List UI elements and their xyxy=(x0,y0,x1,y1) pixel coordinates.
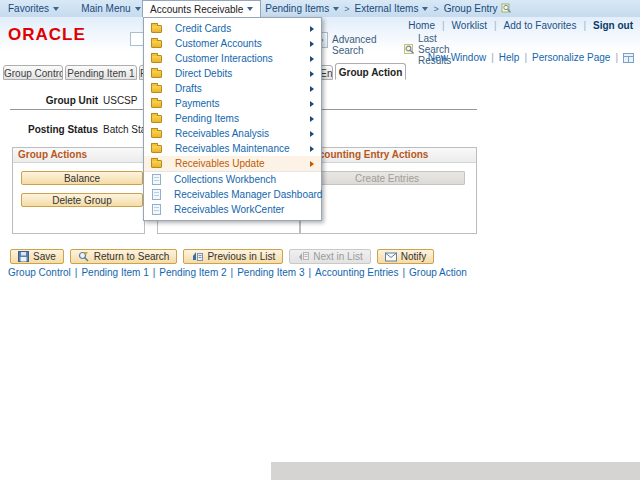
menu-item-collections-workbench[interactable]: Collections Workbench xyxy=(144,171,321,187)
chevron-down-icon xyxy=(53,7,59,11)
breadcrumb-favorites[interactable]: Favorites xyxy=(8,3,59,14)
menu-item-receivables-analysis[interactable]: Receivables Analysis xyxy=(144,126,321,141)
tab-group-control[interactable]: Group Control xyxy=(3,65,63,80)
menu-item-pending-items[interactable]: Pending Items xyxy=(144,111,321,126)
group-actions-box: Group Actions Balance Delete Group xyxy=(12,147,145,234)
nav-home-link[interactable]: Home xyxy=(408,20,435,31)
folder-icon xyxy=(151,145,162,153)
footer-link-group-control[interactable]: Group Control xyxy=(8,267,71,278)
folder-icon xyxy=(151,70,162,78)
nav-add-to-favorites-link[interactable]: Add to Favorites xyxy=(504,20,577,31)
chevron-down-icon xyxy=(333,7,339,11)
arrow-up-list-icon xyxy=(191,251,203,262)
nav-separator: | xyxy=(583,20,586,31)
submenu-arrow-icon xyxy=(310,161,314,167)
pagebar-separator: | xyxy=(615,52,618,63)
oracle-logo: ORACLE xyxy=(8,25,86,45)
save-button[interactable]: Save xyxy=(10,249,64,264)
chevron-down-icon xyxy=(135,7,141,11)
breadcrumb-external-items[interactable]: External Items xyxy=(354,3,428,14)
accounts-receivable-menu: Credit Cards Customer Accounts Customer … xyxy=(143,17,322,221)
menu-item-credit-cards[interactable]: Credit Cards xyxy=(144,21,321,36)
footer-separator: | xyxy=(75,267,78,278)
submenu-arrow-icon xyxy=(310,41,314,47)
delete-group-button[interactable]: Delete Group xyxy=(21,193,143,207)
breadcrumb-trail: > Pending Items > External Items > Group… xyxy=(250,0,512,17)
advanced-search-link[interactable]: Advanced Search xyxy=(332,34,376,56)
chevron-down-icon xyxy=(422,7,428,11)
breadcrumb-pending-items[interactable]: Pending Items xyxy=(265,3,339,14)
breadcrumb-accounts-receivable-open[interactable]: Accounts Receivable xyxy=(142,0,261,17)
return-to-search-button[interactable]: Return to Search xyxy=(70,249,178,264)
envelope-icon xyxy=(385,252,397,262)
accounting-entry-actions-box: Accounting Entry Actions Create Entries xyxy=(300,147,477,234)
breadcrumb-main-menu[interactable]: Main Menu xyxy=(81,3,140,14)
footer-link-pending-item-1[interactable]: Pending Item 1 xyxy=(81,267,148,278)
nav-separator: | xyxy=(442,20,445,31)
folder-icon xyxy=(151,115,162,123)
menu-item-customer-accounts[interactable]: Customer Accounts xyxy=(144,36,321,51)
application-window: Favorites Main Menu > > Pending Items > … xyxy=(0,0,640,480)
menu-item-direct-debits[interactable]: Direct Debits xyxy=(144,66,321,81)
posting-status-label: Posting Status xyxy=(10,124,98,135)
magnifier-icon xyxy=(404,44,415,55)
page-icon xyxy=(152,189,161,200)
breadcrumb-separator: > xyxy=(344,4,349,14)
submenu-arrow-icon xyxy=(310,86,314,92)
submenu-arrow-icon xyxy=(310,146,314,152)
tab-pending-item-1[interactable]: Pending Item 1 xyxy=(65,65,137,80)
nav-worklist-link[interactable]: Worklist xyxy=(452,20,487,31)
balance-button[interactable]: Balance xyxy=(21,171,143,185)
footer-link-group-action[interactable]: Group Action xyxy=(409,267,467,278)
menu-item-receivables-maintenance[interactable]: Receivables Maintenance xyxy=(144,141,321,156)
submenu-arrow-icon xyxy=(310,71,314,77)
footer-link-pending-item-3[interactable]: Pending Item 3 xyxy=(237,267,304,278)
search-page-icon xyxy=(501,3,512,14)
toolbar: Save Return to Search Previous in List xyxy=(10,249,434,264)
submenu-arrow-icon xyxy=(310,101,314,107)
menu-item-receivables-manager-dashboard[interactable]: Receivables Manager Dashboard xyxy=(144,187,321,202)
footer-separator: | xyxy=(402,267,405,278)
menu-item-receivables-update[interactable]: Receivables Update xyxy=(144,156,321,171)
folder-icon xyxy=(151,85,162,93)
return-search-icon xyxy=(78,251,90,262)
folder-icon xyxy=(151,55,162,63)
menu-item-customer-interactions[interactable]: Customer Interactions xyxy=(144,51,321,66)
submenu-arrow-icon xyxy=(310,116,314,122)
footer-separator: | xyxy=(153,267,156,278)
chevron-down-icon xyxy=(247,7,253,11)
personalize-page-link[interactable]: Personalize Page xyxy=(532,52,610,63)
pagebar: New Window | Help | Personalize Page | xyxy=(428,52,634,63)
menu-item-payments[interactable]: Payments xyxy=(144,96,321,111)
folder-icon xyxy=(151,25,162,33)
top-nav: Home | Worklist | Add to Favorites | Sig… xyxy=(408,20,633,31)
submenu-arrow-icon xyxy=(310,26,314,32)
tab-group-action[interactable]: Group Action xyxy=(335,63,406,80)
previous-in-list-button[interactable]: Previous in List xyxy=(183,249,283,264)
notify-button[interactable]: Notify xyxy=(377,249,435,264)
page-icon xyxy=(152,174,161,185)
breadcrumb-group-entry[interactable]: Group Entry xyxy=(444,3,498,14)
help-link[interactable]: Help xyxy=(499,52,520,63)
layout-grid-icon[interactable] xyxy=(623,53,634,63)
footer-link-pending-item-2[interactable]: Pending Item 2 xyxy=(159,267,226,278)
nav-separator: | xyxy=(494,20,497,31)
footer-separator: | xyxy=(231,267,234,278)
group-actions-title: Group Actions xyxy=(13,148,144,163)
footer-link-accounting-entries[interactable]: Accounting Entries xyxy=(315,267,398,278)
breadcrumb-separator: > xyxy=(433,4,438,14)
footer-separator: | xyxy=(308,267,311,278)
group-unit-value: USCSP xyxy=(103,95,137,106)
folder-icon xyxy=(151,130,162,138)
arrow-down-list-icon xyxy=(297,251,309,262)
folder-icon xyxy=(151,40,162,48)
save-disk-icon xyxy=(18,251,29,262)
menu-item-receivables-workcenter[interactable]: Receivables WorkCenter xyxy=(144,202,321,217)
create-entries-button: Create Entries xyxy=(309,171,465,185)
menu-item-drafts[interactable]: Drafts xyxy=(144,81,321,96)
page-icon xyxy=(152,204,161,215)
submenu-arrow-icon xyxy=(310,131,314,137)
sign-out-link[interactable]: Sign out xyxy=(593,20,633,31)
new-window-link[interactable]: New Window xyxy=(428,52,486,63)
pagebar-separator: | xyxy=(491,52,494,63)
